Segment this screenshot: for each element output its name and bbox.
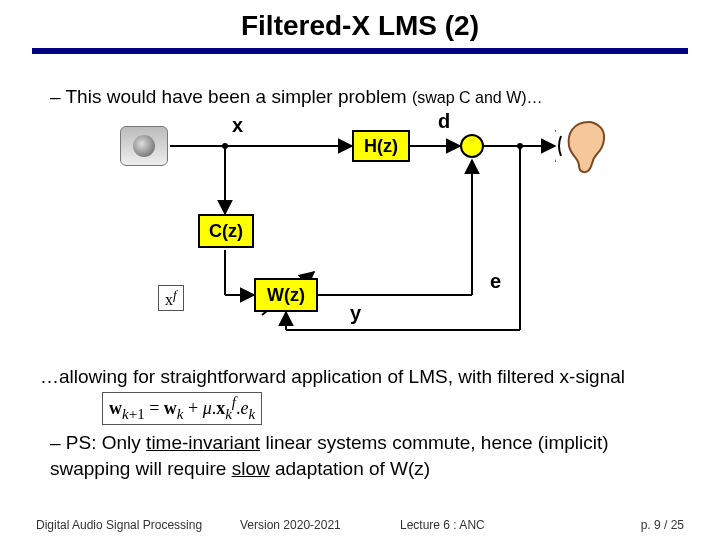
bullet-ps: – PS: Only time-invariant linear systems… [50,430,680,481]
bullet3-u1: time-invariant [146,432,260,453]
footer-course: Digital Audio Signal Processing [36,518,202,532]
label-x: x [232,114,243,137]
title-underline [32,48,688,54]
footer-version: Version 2020-2021 [240,518,341,532]
speaker-cone [133,135,155,157]
bullet3-u2: slow [232,458,270,479]
bullet3-suffix: adaptation of W(z) [270,458,431,479]
label-d: d [438,110,450,133]
bullet3-prefix: – PS: Only [50,432,146,453]
bullet-lms: …allowing for straightforward applicatio… [40,366,625,388]
summing-junction [460,134,484,158]
ear-icon [555,116,619,176]
label-xf: xf [158,285,184,311]
slide-title: Filtered-X LMS (2) [241,10,479,42]
bullet1-text: – This would have been a simpler problem [50,86,412,107]
block-wz: W(z) [254,278,318,312]
label-e: e [490,270,501,293]
bullet-problem: – This would have been a simpler problem… [50,86,543,108]
label-y: y [350,302,361,325]
formula-lms-update: wk+1 = wk + μ.xkf.ek [102,392,262,425]
block-hz: H(z) [352,130,410,162]
footer-lecture: Lecture 6 : ANC [400,518,485,532]
bullet1-tail: (swap C and W)… [412,89,543,106]
block-diagram: x H(z) d C(z) xf W(z) y e [0,110,720,360]
footer-page: p. 9 / 25 [641,518,684,532]
loudspeaker-icon [120,126,168,166]
block-cz: C(z) [198,214,254,248]
